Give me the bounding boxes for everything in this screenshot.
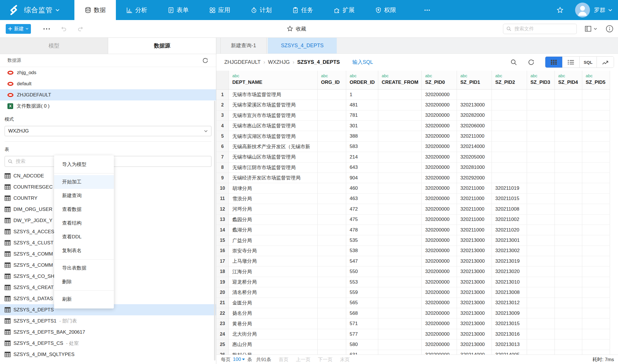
- cell[interactable]: 320211000: [457, 194, 492, 204]
- cell[interactable]: [492, 163, 527, 173]
- cell[interactable]: 320200000: [422, 152, 457, 162]
- cell[interactable]: 320213008: [492, 287, 527, 297]
- cell[interactable]: [527, 100, 555, 110]
- cell[interactable]: 黄巷分局: [229, 318, 318, 329]
- view-button-grid-view[interactable]: [545, 57, 562, 68]
- new-button[interactable]: 新建: [6, 24, 31, 34]
- cell[interactable]: 320211000: [457, 131, 492, 141]
- page-link[interactable]: 下一页: [318, 357, 332, 362]
- cell[interactable]: 上马墩分局: [229, 256, 318, 266]
- cell[interactable]: 478: [346, 225, 378, 235]
- cell[interactable]: 广益分局: [229, 235, 318, 245]
- cell[interactable]: [527, 131, 555, 141]
- cell[interactable]: 547: [346, 256, 378, 266]
- cell[interactable]: [318, 298, 346, 308]
- favorite-button[interactable]: 收藏: [287, 20, 306, 37]
- cell[interactable]: 320200000: [422, 183, 457, 193]
- datasource-item[interactable]: default: [0, 78, 216, 89]
- cell[interactable]: 320214005: [492, 350, 527, 355]
- doc-tab[interactable]: SZSYS_4_DEPTS: [268, 38, 337, 54]
- cell[interactable]: [527, 194, 555, 204]
- left-panel-tab-0[interactable]: 模型: [0, 38, 108, 54]
- cell[interactable]: 无锡市宜兴市市场监督管理局: [229, 110, 318, 120]
- cell[interactable]: [555, 266, 582, 276]
- cell[interactable]: [378, 163, 422, 173]
- cell[interactable]: [527, 287, 555, 297]
- cell[interactable]: [582, 246, 610, 256]
- cell[interactable]: [582, 131, 610, 141]
- cell[interactable]: 金匮分局: [229, 298, 318, 308]
- refresh-icon[interactable]: [528, 59, 535, 66]
- cell[interactable]: 蠡湖分局: [229, 225, 318, 235]
- cell[interactable]: 320200000: [422, 204, 457, 214]
- cell[interactable]: [378, 266, 422, 276]
- cell[interactable]: [555, 90, 582, 100]
- cell[interactable]: [318, 110, 346, 120]
- cell[interactable]: [527, 225, 555, 235]
- cell[interactable]: [492, 100, 527, 110]
- cell[interactable]: 320213000: [457, 318, 492, 329]
- cell[interactable]: [318, 152, 346, 162]
- breadcrumb-datasource[interactable]: ZHJGDEFAULT: [224, 59, 261, 65]
- cell[interactable]: [527, 329, 555, 339]
- cell[interactable]: [492, 173, 527, 183]
- cell[interactable]: [527, 215, 555, 225]
- cell[interactable]: 320214000: [457, 142, 492, 152]
- cell[interactable]: 无锡市梁溪区市场监督管理局: [229, 100, 318, 110]
- cell[interactable]: [527, 183, 555, 193]
- table-list-item[interactable]: SZSYS_4_DEPTS_CS - 处室: [0, 338, 216, 349]
- cell[interactable]: 320213015: [492, 318, 527, 329]
- cell[interactable]: 河埒分局: [229, 204, 318, 214]
- cell[interactable]: [318, 204, 346, 214]
- brand[interactable]: 综合监管: [0, 4, 60, 16]
- cell[interactable]: 320213000: [457, 308, 492, 318]
- cell[interactable]: [318, 235, 346, 245]
- cell[interactable]: [582, 204, 610, 214]
- cell[interactable]: [527, 339, 555, 349]
- cell[interactable]: [378, 256, 422, 266]
- cell[interactable]: [318, 100, 346, 110]
- cell[interactable]: [582, 110, 610, 120]
- cell[interactable]: 320213000: [457, 277, 492, 287]
- cell[interactable]: 320213000: [457, 287, 492, 297]
- cell[interactable]: 550: [346, 266, 378, 276]
- cell[interactable]: 577: [346, 329, 378, 339]
- cell[interactable]: 无锡市锡山区市场监督管理局: [229, 152, 318, 162]
- cell[interactable]: 320200000: [422, 308, 457, 318]
- cell[interactable]: [378, 287, 422, 297]
- cell[interactable]: 320211015: [492, 194, 527, 204]
- cell[interactable]: 535: [346, 235, 378, 245]
- cell[interactable]: 320211000: [457, 183, 492, 193]
- cell[interactable]: 320211002: [492, 215, 527, 225]
- cell[interactable]: 320200000: [422, 173, 457, 183]
- cell[interactable]: [378, 318, 422, 329]
- cell[interactable]: [318, 308, 346, 318]
- favorites-star-icon[interactable]: [556, 7, 564, 14]
- cell[interactable]: 320292000: [457, 173, 492, 183]
- cell[interactable]: 蠡园分局: [229, 215, 318, 225]
- cell[interactable]: 320200000: [422, 235, 457, 245]
- cell[interactable]: [318, 350, 346, 355]
- cell[interactable]: [582, 350, 610, 355]
- cell[interactable]: [527, 90, 555, 100]
- cell[interactable]: [582, 225, 610, 235]
- cell[interactable]: [582, 173, 610, 183]
- info-icon[interactable]: [606, 25, 613, 33]
- search-icon[interactable]: [510, 59, 517, 66]
- cell[interactable]: [318, 183, 346, 193]
- cell[interactable]: [527, 163, 555, 173]
- cell[interactable]: [555, 277, 582, 287]
- cell[interactable]: 580: [346, 339, 378, 349]
- cell[interactable]: 320213020: [492, 266, 527, 276]
- cell[interactable]: [555, 204, 582, 214]
- cell[interactable]: 320211000: [457, 215, 492, 225]
- cell[interactable]: 565: [346, 298, 378, 308]
- cell[interactable]: [527, 204, 555, 214]
- cell[interactable]: 320200000: [422, 100, 457, 110]
- page-link[interactable]: 首页: [279, 357, 288, 362]
- cell[interactable]: [582, 152, 610, 162]
- cell[interactable]: [378, 350, 422, 355]
- cell[interactable]: [492, 152, 527, 162]
- cell[interactable]: [492, 142, 527, 152]
- cell[interactable]: [527, 308, 555, 318]
